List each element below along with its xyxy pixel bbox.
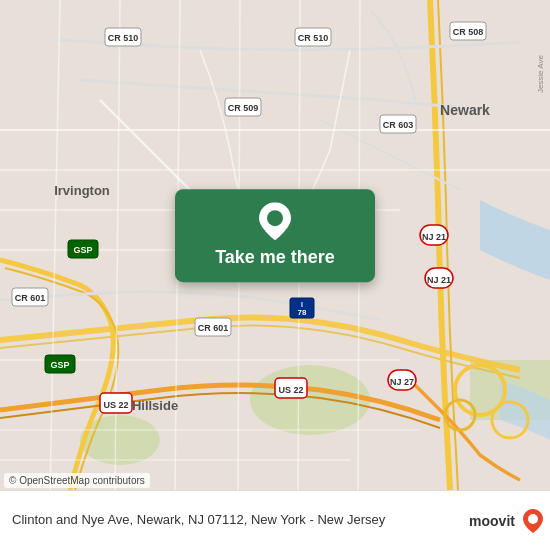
footer-address: Clinton and Nye Ave, Newark, NJ 07112, N… <box>12 512 470 529</box>
osm-attribution-text: © OpenStreetMap contributors <box>9 475 145 486</box>
svg-text:NJ 21: NJ 21 <box>422 232 446 242</box>
svg-text:US 22: US 22 <box>278 385 303 395</box>
map-container: CR 510 CR 509 CR 510 CR 508 CR 603 GSP G… <box>0 0 550 490</box>
svg-text:CR 509: CR 509 <box>228 103 259 113</box>
svg-text:CR 508: CR 508 <box>453 27 484 37</box>
svg-text:CR 510: CR 510 <box>298 33 329 43</box>
cta-overlay: Take me there <box>175 189 375 282</box>
svg-point-55 <box>267 210 283 226</box>
svg-text:NJ 27: NJ 27 <box>390 377 414 387</box>
svg-point-1 <box>250 365 370 435</box>
moovit-logo: moovit <box>478 501 538 541</box>
svg-text:CR 603: CR 603 <box>383 120 414 130</box>
moovit-pin-icon <box>519 507 547 535</box>
svg-text:CR 601: CR 601 <box>198 323 229 333</box>
svg-text:78: 78 <box>298 308 307 317</box>
svg-text:GSP: GSP <box>50 360 69 370</box>
svg-text:Jessie Ave: Jessie Ave <box>536 54 545 93</box>
take-me-there-button[interactable]: Take me there <box>175 189 375 282</box>
location-pin-icon <box>257 203 293 239</box>
svg-text:Newark: Newark <box>440 102 490 118</box>
svg-text:CR 510: CR 510 <box>108 33 139 43</box>
footer-bar: © OpenStreetMap contributors Clinton and… <box>0 490 550 550</box>
svg-text:I: I <box>301 301 303 308</box>
cta-button-label: Take me there <box>215 247 335 268</box>
svg-text:CR 601: CR 601 <box>15 293 46 303</box>
svg-text:Hillside: Hillside <box>132 398 178 413</box>
osm-attribution-block: © OpenStreetMap contributors <box>4 473 150 488</box>
svg-text:NJ 21: NJ 21 <box>427 275 451 285</box>
svg-text:GSP: GSP <box>73 245 92 255</box>
footer-text-block: Clinton and Nye Ave, Newark, NJ 07112, N… <box>12 512 470 529</box>
svg-text:US 22: US 22 <box>103 400 128 410</box>
svg-point-56 <box>528 514 538 524</box>
moovit-text: moovit <box>469 513 515 529</box>
svg-text:Irvington: Irvington <box>54 183 110 198</box>
